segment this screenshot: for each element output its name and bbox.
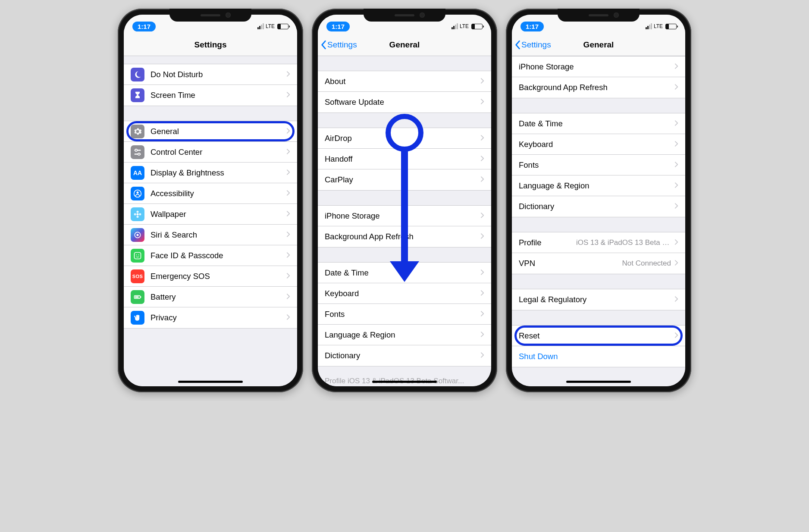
row-label: General [151,127,286,136]
row-label: Keyboard [519,140,674,149]
chevron-right-icon [286,230,290,240]
row-legal[interactable]: Legal & Regulatory [512,289,685,310]
controlcenter-icon [131,145,144,159]
svg-point-2 [135,149,137,151]
row-fonts2[interactable]: Fonts [512,155,685,175]
nav-title: General [583,40,614,50]
row-vpn[interactable]: VPNNot Connected [512,253,685,274]
signal-icon [257,23,264,29]
row-fonts[interactable]: Fonts [318,304,491,325]
row-datetime[interactable]: Date & Time [318,263,491,283]
row-datetime2[interactable]: Date & Time [512,113,685,134]
dnd-icon [131,68,144,81]
row-label: Software Update [325,97,480,107]
nav-bar: Settings General [318,34,491,56]
row-about[interactable]: About [318,71,491,92]
network-label: LTE [266,23,275,29]
row-accessibility[interactable]: Accessibility [124,183,297,204]
settings-group: Date & TimeKeyboardFontsLanguage & Regio… [512,113,685,217]
row-bgrefresh[interactable]: Background App Refresh [318,226,491,247]
row-dnd[interactable]: Do Not Disturb [124,64,297,85]
screen-general-top: 1:17 LTE Settings General AboutSoftware … [318,15,491,386]
row-label: CarPlay [325,175,480,185]
nav-back-button[interactable]: Settings [514,40,551,50]
status-right: LTE [646,23,677,29]
nav-title: General [389,40,420,50]
settings-group: Legal & Regulatory [512,289,685,310]
svg-point-15 [138,254,139,255]
row-label: Date & Time [325,268,480,278]
home-indicator[interactable] [372,381,437,383]
privacy-icon [131,311,144,325]
svg-point-5 [137,191,139,194]
chevron-right-icon [286,313,290,322]
row-privacy[interactable]: Privacy [124,307,297,328]
row-label: Dictionary [325,351,480,360]
chevron-right-icon [480,77,484,86]
row-controlcenter[interactable]: Control Center [124,142,297,163]
row-screentime[interactable]: Screen Time [124,85,297,106]
settings-group: GeneralControl CenterAADisplay & Brightn… [124,121,297,329]
row-dictionary[interactable]: Dictionary [318,345,491,366]
chevron-right-icon [286,292,290,302]
chevron-right-icon [480,134,484,143]
chevron-right-icon [480,175,484,185]
chevron-right-icon [674,202,678,211]
row-label: Siri & Search [151,230,286,240]
row-storage2[interactable]: iPhone Storage [512,56,685,77]
chevron-right-icon [674,238,678,247]
row-swupdate[interactable]: Software Update [318,92,491,113]
chevron-right-icon [480,97,484,107]
chevron-right-icon [480,289,484,298]
home-indicator[interactable] [178,381,243,383]
row-wallpaper[interactable]: Wallpaper [124,204,297,225]
chevron-left-icon [320,40,326,50]
device-notch [169,9,251,22]
row-label: Screen Time [151,91,286,100]
general-list[interactable]: AboutSoftware UpdateAirDropHandoffCarPla… [318,56,491,386]
chevron-right-icon [674,83,678,92]
chevron-right-icon [480,211,484,221]
row-shutdown[interactable]: Shut Down [512,346,685,367]
row-storage[interactable]: iPhone Storage [318,206,491,226]
row-label: Display & Brightness [151,168,286,178]
row-label: Privacy [151,313,286,322]
nav-bar: Settings [124,34,297,56]
sos-icon: SOS [131,269,144,283]
row-label: Profile [519,238,576,247]
row-handoff[interactable]: Handoff [318,149,491,169]
row-faceid[interactable]: Face ID & Passcode [124,245,297,266]
chevron-right-icon [480,154,484,164]
row-langregion[interactable]: Language & Region [318,325,491,345]
row-keyboard[interactable]: Keyboard [318,283,491,304]
battery-icon [277,24,288,29]
phone-mockup-3: 1:17 LTE Settings General iPhone Storage… [506,9,691,392]
row-keyboard2[interactable]: Keyboard [512,134,685,155]
row-general[interactable]: General [124,121,297,142]
settings-list[interactable]: Do Not DisturbScreen TimeGeneralControl … [124,56,297,386]
row-display[interactable]: AADisplay & Brightness [124,163,297,183]
row-siri[interactable]: Siri & Search [124,225,297,245]
row-dictionary2[interactable]: Dictionary [512,196,685,217]
row-battery[interactable]: Battery [124,287,297,307]
row-reset[interactable]: Reset [512,325,685,346]
svg-rect-17 [141,296,141,297]
row-airdrop[interactable]: AirDrop [318,128,491,149]
home-indicator[interactable] [566,381,631,383]
settings-group: Date & TimeKeyboardFontsLanguage & Regio… [318,262,491,366]
nav-back-button[interactable]: Settings [320,40,357,50]
row-carplay[interactable]: CarPlay [318,169,491,190]
row-profile[interactable]: ProfileiOS 13 & iPadOS 13 Beta Softwar..… [512,232,685,253]
truncated-row: Profile iOS 13 & iPadOS 13 Beta Softwar.… [318,374,491,385]
row-langregion2[interactable]: Language & Region [512,175,685,196]
row-label: Accessibility [151,189,286,198]
row-label: Emergency SOS [151,272,286,281]
general-list-scrolled[interactable]: iPhone StorageBackground App RefreshDate… [512,56,685,386]
siri-icon [131,228,144,242]
row-label: Control Center [151,147,286,157]
settings-group: iPhone StorageBackground App Refresh [318,205,491,247]
row-sos[interactable]: SOSEmergency SOS [124,266,297,287]
network-label: LTE [654,23,663,29]
row-bgrefresh2[interactable]: Background App Refresh [512,77,685,98]
row-label: Fonts [519,160,674,170]
